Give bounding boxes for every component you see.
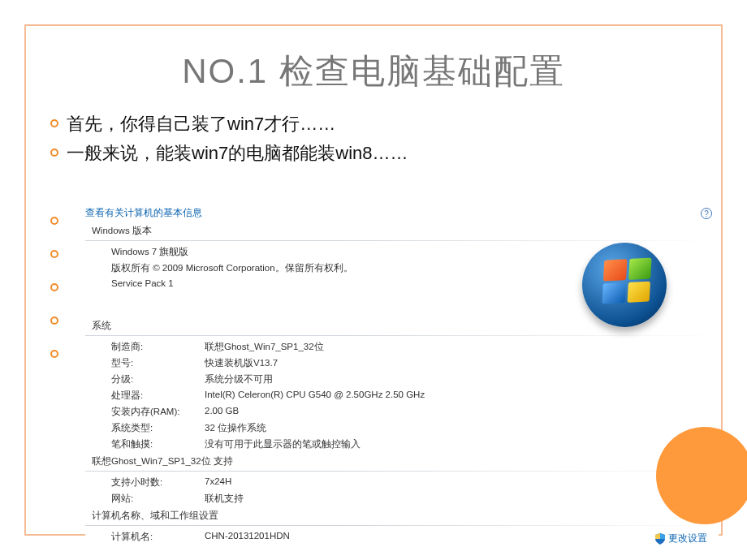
divider xyxy=(85,240,719,241)
value: 联想Ghost_Win7_SP1_32位 xyxy=(205,341,324,353)
label: 支持小时数: xyxy=(111,476,205,489)
bullet-marker-icon xyxy=(50,250,58,258)
info-row: 制造商:联想Ghost_Win7_SP1_32位 xyxy=(111,341,719,353)
bullet-marker-icon xyxy=(50,149,58,157)
value: 2.00 GB xyxy=(205,406,239,418)
bullet-list: 首先，你得自己装了win7才行…… 一般来说，能装win7的电脑都能装win8…… xyxy=(50,112,721,166)
divider xyxy=(85,525,719,526)
windows-logo-icon xyxy=(582,243,667,327)
rating-link[interactable]: 系统分级不可用 xyxy=(205,373,273,386)
bullet-item: 首先，你得自己装了win7才行…… xyxy=(50,112,721,136)
label: 处理器: xyxy=(111,390,205,402)
help-icon[interactable]: ? xyxy=(701,208,712,219)
info-row: 处理器:Intel(R) Celeron(R) CPU G540 @ 2.50G… xyxy=(111,390,719,402)
info-row: 笔和触摸:没有可用于此显示器的笔或触控输入 xyxy=(111,438,719,450)
value: Intel(R) Celeron(R) CPU G540 @ 2.50GHz 2… xyxy=(205,390,425,402)
divider xyxy=(85,335,719,336)
shield-icon xyxy=(655,533,665,545)
label: 分级: xyxy=(111,373,205,386)
bullet-marker-icon xyxy=(50,317,58,325)
section-label: 计算机名称、域和工作组设置 xyxy=(92,510,719,522)
info-row: 分级:系统分级不可用 xyxy=(111,373,719,386)
info-row: 安装内存(RAM):2.00 GB xyxy=(111,406,719,418)
value: 32 位操作系统 xyxy=(205,422,266,434)
info-row: 型号:快速装机版V13.7 xyxy=(111,357,719,369)
empty-bullet-column xyxy=(50,209,58,358)
label: 计算机名: xyxy=(111,531,205,543)
value: 没有可用于此显示器的笔或触控输入 xyxy=(205,438,361,450)
system-info-panel: ? 查看有关计算机的基本信息 Windows 版本 Windows 7 旗舰版 … xyxy=(85,206,719,547)
slide-title: NO.1 检查电脑基础配置 xyxy=(26,49,721,94)
change-settings-link[interactable]: 更改设置 xyxy=(655,532,707,545)
value: CHN-20131201HDN xyxy=(205,531,290,543)
divider xyxy=(85,471,719,472)
bullet-marker-icon xyxy=(50,283,58,291)
bullet-item: 一般来说，能装win7的电脑都能装win8…… xyxy=(50,141,721,166)
label: 系统类型: xyxy=(111,422,205,434)
section-label: 联想Ghost_Win7_SP1_32位 支持 xyxy=(92,455,719,467)
info-row: 系统类型:32 位操作系统 xyxy=(111,422,719,434)
info-row: 网站:联机支持 xyxy=(111,493,719,505)
change-settings-text: 更改设置 xyxy=(668,532,707,545)
label: 型号: xyxy=(111,357,205,369)
bullet-marker-icon xyxy=(50,119,58,127)
info-row: 支持小时数:7x24H xyxy=(111,476,719,489)
label: 安装内存(RAM): xyxy=(111,406,205,418)
label: 网站: xyxy=(111,493,205,505)
accent-circle-decoration xyxy=(656,427,747,524)
value: 快速装机版V13.7 xyxy=(205,357,278,369)
info-row: 计算机名:CHN-20131201HDN xyxy=(111,531,719,543)
support-link[interactable]: 联机支持 xyxy=(205,493,244,505)
section-label: Windows 版本 xyxy=(92,225,719,237)
bullet-marker-icon xyxy=(50,350,58,358)
slide-frame: NO.1 检查电脑基础配置 首先，你得自己装了win7才行…… 一般来说，能装w… xyxy=(24,24,723,536)
label: 笔和触摸: xyxy=(111,438,205,450)
bullet-text: 首先，你得自己装了win7才行…… xyxy=(67,112,335,136)
bullet-marker-icon xyxy=(50,217,58,225)
value: 7x24H xyxy=(205,476,231,489)
label: 制造商: xyxy=(111,341,205,353)
panel-header: 查看有关计算机的基本信息 xyxy=(85,206,719,220)
bullet-text: 一般来说，能装win7的电脑都能装win8…… xyxy=(67,141,408,166)
windows-edition-section: Windows 版本 Windows 7 旗舰版 版权所有 © 2009 Mic… xyxy=(85,225,719,288)
